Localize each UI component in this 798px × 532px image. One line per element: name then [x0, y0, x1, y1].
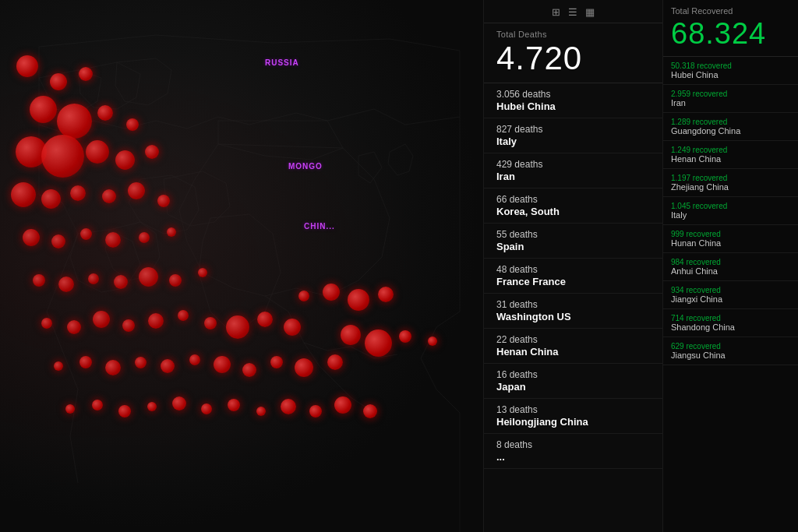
deaths-list-item: 66 deaths Korea, South	[484, 188, 662, 224]
chart-icon[interactable]: ▦	[585, 6, 595, 18]
outbreak-bubble	[30, 96, 57, 123]
outbreak-bubble	[88, 273, 99, 284]
death-count: 3.056 deaths	[496, 89, 650, 100]
recovered-count: 1.197 recovered	[671, 174, 790, 182]
outbreak-bubble	[198, 268, 207, 277]
outbreak-bubble	[204, 317, 217, 329]
outbreak-bubble	[161, 359, 175, 373]
recovered-location: Anhui China	[671, 266, 790, 276]
outbreak-bubble	[201, 403, 212, 414]
outbreak-bubble	[228, 399, 240, 411]
outbreak-bubble	[178, 310, 189, 321]
recovered-list-item: 1.045 recovered Italy	[663, 197, 798, 225]
outbreak-bubble	[128, 182, 145, 199]
grid-icon[interactable]: ⊞	[552, 6, 560, 18]
outbreak-bubble	[105, 232, 121, 248]
total-deaths-value: 4.720	[496, 42, 650, 75]
outbreak-bubble	[97, 105, 113, 121]
outbreak-bubble	[257, 312, 273, 327]
deaths-header: Total Deaths 4.720	[484, 23, 662, 83]
recovered-list-item: 2.959 recovered Iran	[663, 85, 798, 113]
recovered-list-item: 1.289 recovered Guangdong China	[663, 113, 798, 141]
recovered-location: Henan China	[671, 154, 790, 164]
deaths-list-item: 22 deaths Henan China	[484, 329, 662, 364]
recovered-location: Hubei China	[671, 70, 790, 79]
outbreak-bubble	[167, 227, 176, 237]
death-count: 827 deaths	[496, 124, 650, 135]
outbreak-bubble	[23, 229, 40, 246]
recovered-count: 984 recovered	[671, 258, 790, 266]
recovered-count: 714 recovered	[671, 314, 790, 322]
death-location: Iran	[496, 171, 650, 182]
recovered-list[interactable]: 50.318 recovered Hubei China 2.959 recov…	[663, 57, 798, 365]
recovered-location: Iran	[671, 98, 790, 107]
outbreak-bubble	[67, 320, 81, 334]
recovered-count: 50.318 recovered	[671, 62, 790, 70]
recovered-location: Jiangsu China	[671, 351, 790, 360]
outbreak-bubble	[145, 145, 159, 159]
death-location: Henan China	[496, 346, 650, 358]
outbreak-bubble	[80, 228, 92, 240]
outbreak-bubble	[226, 315, 249, 339]
deaths-list-item: 3.056 deaths Hubei China	[484, 83, 662, 118]
death-location: Washington US	[496, 311, 650, 322]
outbreak-bubble	[51, 234, 65, 248]
recovered-count: 1.289 recovered	[671, 118, 790, 126]
outbreak-bubble	[284, 319, 301, 336]
outbreak-bubble	[79, 67, 93, 81]
recovered-list-item: 629 recovered Jiangsu China	[663, 337, 798, 365]
outbreak-bubble	[295, 358, 313, 377]
outbreak-bubble	[172, 396, 186, 410]
map-container: RUSSIA MONGO CHIN...	[0, 0, 483, 532]
outbreak-bubble	[399, 330, 411, 343]
recovered-location: Shandong China	[671, 322, 790, 332]
recovered-title: Total Recovered	[671, 6, 790, 16]
deaths-list[interactable]: 3.056 deaths Hubei China 827 deaths Ital…	[484, 83, 662, 532]
deaths-list-item: 55 deaths Spain	[484, 224, 662, 259]
outbreak-bubble	[135, 357, 147, 368]
death-location: Korea, South	[496, 206, 650, 217]
outbreak-bubble	[93, 311, 110, 328]
outbreak-bubble	[92, 400, 103, 410]
outbreak-bubble	[139, 267, 158, 287]
outbreak-bubble	[256, 407, 266, 416]
outbreak-bubble	[341, 325, 361, 345]
death-location: ...	[496, 451, 650, 463]
recovered-count: 1.249 recovered	[671, 146, 790, 154]
deaths-list-item: 8 deaths ...	[484, 434, 662, 469]
recovered-location: Jiangxi China	[671, 294, 790, 304]
outbreak-bubble	[309, 405, 322, 417]
outbreak-bubble	[270, 356, 283, 368]
outbreak-bubble	[54, 361, 63, 371]
outbreak-bubble	[70, 185, 86, 201]
outbreak-bubble	[148, 313, 164, 329]
death-location: France France	[496, 276, 650, 287]
deaths-list-item: 13 deaths Heilongjiang China	[484, 399, 662, 434]
recovered-count: 999 recovered	[671, 230, 790, 238]
outbreak-bubble	[41, 189, 61, 209]
list-icon[interactable]: ☰	[568, 6, 577, 18]
outbreak-bubble	[118, 405, 131, 417]
death-location: Heilongjiang China	[496, 416, 650, 428]
death-count: 48 deaths	[496, 264, 650, 275]
outbreak-bubble	[58, 277, 74, 292]
map-svg	[0, 0, 483, 532]
recovered-list-item: 999 recovered Hunan China	[663, 225, 798, 253]
outbreak-bubble	[65, 404, 75, 414]
outbreak-bubble	[428, 336, 437, 346]
death-count: 31 deaths	[496, 299, 650, 310]
outbreak-bubble	[281, 399, 296, 414]
outbreak-bubble	[189, 354, 200, 365]
recovered-panel: Total Recovered 68.324 50.318 recovered …	[662, 0, 798, 532]
outbreak-bubble	[365, 329, 392, 357]
outbreak-bubble	[79, 356, 92, 368]
total-recovered-value: 68.324	[671, 19, 790, 48]
death-count: 16 deaths	[496, 369, 650, 380]
death-location: Japan	[496, 381, 650, 393]
deaths-title: Total Deaths	[496, 30, 650, 39]
recovered-count: 2.959 recovered	[671, 90, 790, 98]
outbreak-bubble	[147, 402, 157, 411]
deaths-list-item: 429 deaths Iran	[484, 153, 662, 188]
recovered-list-item: 984 recovered Anhui China	[663, 253, 798, 281]
deaths-list-item: 48 deaths France France	[484, 259, 662, 294]
